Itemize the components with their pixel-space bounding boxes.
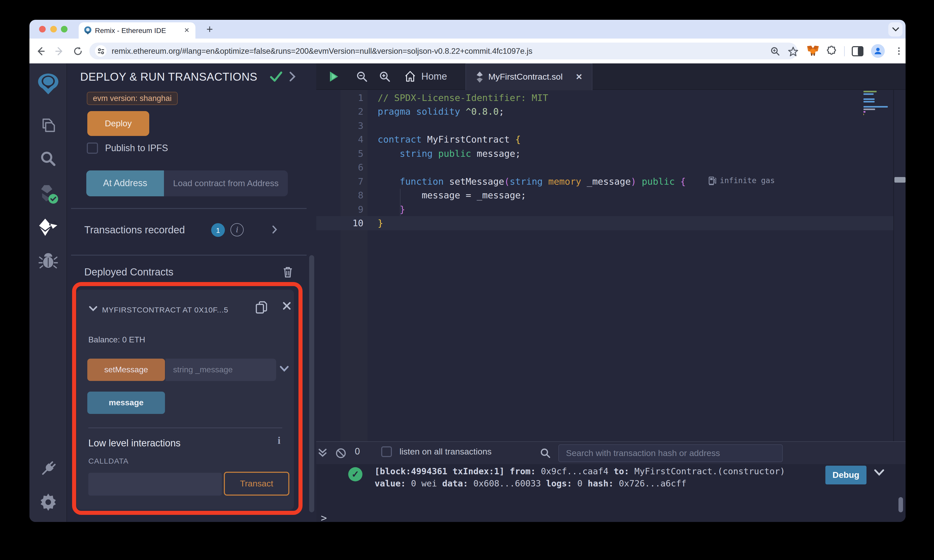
debugger-icon[interactable]: [29, 252, 67, 270]
transactions-count-badge: 1: [211, 223, 225, 237]
minimap-line: [863, 91, 877, 92]
zoom-in-icon[interactable]: [379, 71, 391, 83]
code-line[interactable]: 5 string public message;: [316, 146, 893, 160]
minimap-line: [863, 109, 875, 110]
collapse-terminal-icon[interactable]: [317, 448, 328, 458]
minimap-line: [863, 98, 875, 100]
editor-scrollbar-track: [893, 90, 894, 441]
contract-collapse-chevron-icon[interactable]: [89, 306, 97, 311]
pending-tx-count: 0: [355, 446, 360, 457]
at-address-button[interactable]: At Address: [86, 171, 164, 196]
low-level-info-icon[interactable]: i: [277, 435, 281, 446]
macos-close-button[interactable]: [39, 26, 46, 32]
transactions-info-icon[interactable]: i: [230, 223, 244, 236]
code-line[interactable]: 3: [316, 118, 893, 132]
browser-toolbar: remix.ethereum.org/#lang=en&optimize=fal…: [29, 38, 906, 63]
transactions-chevron-icon[interactable]: [272, 225, 277, 234]
calldata-input[interactable]: [88, 473, 222, 495]
settings-gear-icon[interactable]: [29, 492, 67, 512]
address-bar[interactable]: remix.ethereum.org/#lang=en&optimize=fal…: [89, 43, 797, 59]
search-icon[interactable]: [29, 150, 67, 168]
browser-tab[interactable]: Remix - Ethereum IDE ✕: [79, 22, 196, 38]
code-line[interactable]: 8 message = _message;: [316, 188, 893, 202]
copy-address-icon[interactable]: [255, 301, 268, 314]
expand-args-chevron-icon[interactable]: [280, 366, 289, 372]
bookmark-star-icon[interactable]: [787, 46, 798, 57]
activity-bar: [29, 63, 67, 522]
at-address-input[interactable]: [164, 171, 288, 196]
reload-button[interactable]: [72, 46, 84, 57]
contract-balance: Balance: 0 ETH: [88, 335, 145, 345]
terminal-search-icon: [539, 448, 551, 458]
forward-button[interactable]: [54, 46, 65, 57]
back-button[interactable]: [35, 46, 46, 57]
transact-button[interactable]: Transact: [224, 472, 289, 495]
code-line[interactable]: 1// SPDX-License-Identifier: MIT: [316, 91, 893, 105]
minimap[interactable]: [863, 91, 890, 116]
tab-search-chevron-button[interactable]: [888, 22, 903, 37]
log-expand-chevron-icon[interactable]: [874, 469, 884, 476]
code-line[interactable]: 4contract MyFirstContract {: [316, 132, 893, 146]
profile-avatar[interactable]: [871, 44, 885, 58]
remove-contract-icon[interactable]: [283, 302, 291, 310]
line-number: 1: [316, 91, 364, 105]
terminal-prompt[interactable]: >: [321, 512, 327, 522]
panel-title: DEPLOY & RUN TRANSACTIONS: [80, 71, 257, 84]
home-tab-icon[interactable]: [404, 71, 416, 83]
home-tab-label[interactable]: Home: [421, 71, 447, 83]
code-editor[interactable]: 1// SPDX-License-Identifier: MIT2pragma …: [316, 91, 893, 230]
gas-pump-icon: [709, 176, 716, 185]
clear-contracts-trash-icon[interactable]: [282, 266, 293, 278]
tab-close-icon[interactable]: ✕: [181, 22, 193, 38]
new-tab-button[interactable]: +: [202, 21, 217, 37]
low-level-interactions-label: Low level interactions: [88, 438, 180, 449]
deploy-button[interactable]: Deploy: [87, 111, 149, 136]
plugin-manager-icon[interactable]: [29, 459, 67, 478]
panel-scrollbar-thumb[interactable]: [309, 255, 314, 512]
site-settings-icon[interactable]: [95, 45, 106, 57]
file-explorer-icon[interactable]: [29, 116, 67, 134]
contract-instance-title[interactable]: MYFIRSTCONTRACT AT 0X10F...5: [102, 304, 238, 316]
url-text[interactable]: remix.ethereum.org/#lang=en&optimize=fal…: [112, 43, 532, 59]
code-line[interactable]: 2pragma solidity ^0.8.0;: [316, 105, 893, 118]
terminal-search-input[interactable]: [558, 445, 783, 462]
metamask-extension-icon[interactable]: [806, 45, 819, 58]
minimap-line: [863, 114, 864, 115]
browser-menu-icon[interactable]: ⋮: [892, 45, 906, 58]
screen: Remix - Ethereum IDE ✕ + re: [0, 0, 934, 560]
set-message-input[interactable]: [165, 358, 276, 381]
run-script-play-icon[interactable]: [328, 71, 340, 83]
tab-title: Remix - Ethereum IDE: [95, 22, 166, 38]
panel-divider: [71, 255, 307, 255]
zoom-out-icon[interactable]: [356, 71, 368, 83]
evm-version-badge: evm version: shanghai: [87, 92, 178, 105]
extensions-puzzle-icon[interactable]: [825, 45, 838, 58]
minimap-line: [863, 93, 873, 95]
deploy-and-run-icon[interactable]: [29, 218, 67, 237]
debug-button[interactable]: Debug: [825, 466, 866, 485]
code-line[interactable]: 6: [316, 160, 893, 174]
code-line[interactable]: 10}: [316, 216, 893, 230]
macos-zoom-button[interactable]: [61, 26, 68, 32]
code-line[interactable]: 9 }: [316, 202, 893, 216]
listen-transactions-checkbox[interactable]: [381, 446, 392, 457]
file-tab-close-icon[interactable]: ✕: [576, 71, 583, 83]
message-button[interactable]: message: [87, 392, 165, 414]
publish-ipfs-checkbox[interactable]: [87, 143, 98, 154]
solidity-file-icon: [475, 71, 484, 83]
side-panel-icon[interactable]: [851, 45, 864, 58]
editor-scrollbar-thumb[interactable]: [894, 177, 906, 183]
line-number: 6: [316, 160, 364, 174]
panel-expand-chevron-icon[interactable]: [289, 72, 296, 82]
set-message-button[interactable]: setMessage: [87, 358, 165, 381]
file-tab-label: MyFirstContract.sol: [488, 71, 563, 83]
solidity-compiler-icon[interactable]: [29, 183, 67, 205]
transaction-log[interactable]: [block:4994361 txIndex:1] from: 0x9cf...…: [375, 465, 785, 489]
file-tab-active[interactable]: MyFirstContract.sol ✕: [465, 63, 592, 90]
code-line[interactable]: 7 function setMessage(string memory _mes…: [316, 174, 893, 188]
macos-minimize-button[interactable]: [50, 26, 57, 32]
terminal-scrollbar-thumb[interactable]: [899, 497, 903, 512]
tx-success-check-icon: ✓: [348, 467, 362, 482]
zoom-page-icon[interactable]: [769, 46, 781, 57]
clear-console-icon[interactable]: [335, 448, 346, 458]
